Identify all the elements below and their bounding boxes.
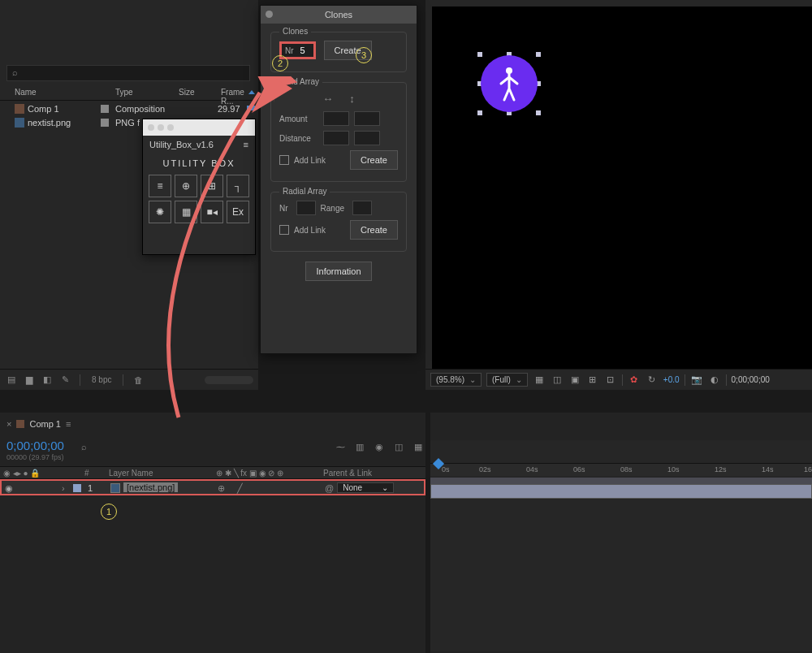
transparency-grid-icon[interactable]: ▦ — [533, 374, 546, 387]
pencil-icon[interactable]: ✎ — [58, 374, 71, 387]
timeline-search[interactable]: ⌕ — [81, 442, 130, 455]
util-btn-2[interactable]: ⊞ — [201, 175, 223, 197]
viewer-toolbar: (95.8%)⌄ (Full)⌄ ▦ ◫ ▣ ⊞ ⊡ ✿ ↻ +0.0 📷 ◐ … — [425, 369, 812, 390]
work-area-bar[interactable] — [430, 478, 812, 484]
selection-handle[interactable] — [536, 52, 541, 57]
col-switches-icons[interactable]: ⊕ ✱ ╲ fx ▣ ◉ ⊘ ⊕ — [216, 469, 283, 478]
grid-icon[interactable]: ⊞ — [586, 374, 599, 387]
util-btn-1[interactable]: ⊕ — [175, 175, 197, 197]
zoom-dropdown[interactable]: (95.8%)⌄ — [430, 373, 482, 387]
util-btn-7[interactable]: Ex — [227, 201, 249, 223]
panel-menu-icon[interactable]: ≡ — [244, 140, 248, 149]
composition-icon — [15, 104, 24, 114]
util-btn-3[interactable]: ┐ — [227, 175, 249, 197]
preview-timecode[interactable]: 0;00;00;00 — [732, 375, 770, 384]
viewer-canvas[interactable] — [432, 6, 812, 369]
trash-icon[interactable]: 🗑 — [132, 374, 145, 387]
layer-switches[interactable]: ⊕ ╱ — [218, 483, 243, 494]
addlink-checkbox[interactable] — [279, 155, 289, 165]
col-index[interactable]: # — [84, 469, 89, 478]
panel-menu-icon[interactable]: ≡ — [66, 419, 71, 429]
parent-dropdown[interactable]: None⌄ — [337, 482, 394, 493]
label-swatch[interactable] — [73, 484, 81, 492]
interpret-icon[interactable]: ◧ — [41, 374, 54, 387]
range-input[interactable] — [352, 201, 372, 215]
traffic-light-icon[interactable] — [167, 124, 174, 131]
traffic-light-icon[interactable] — [148, 124, 154, 131]
radial-array-section: Radial Array Nr Range Add Link Create — [270, 192, 407, 252]
time-ruler[interactable]: 0s 02s 04s 06s 08s 10s 12s 14s 16 — [430, 463, 812, 476]
timeline-tab[interactable]: × Comp 1 ≡ — [6, 419, 71, 429]
util-btn-0[interactable]: ≡ — [149, 175, 171, 197]
utility-box-panel: Utility_Box_v1.6 ≡ UTILITY BOX ≡ ⊕ ⊞ ┐ ✺… — [142, 119, 256, 255]
mask-icon[interactable]: ◫ — [551, 374, 564, 387]
pickwhip-icon[interactable]: @ — [325, 483, 334, 493]
layer-row[interactable]: ◉ › 1 [nextist.png] ⊕ ╱ @ None⌄ — [0, 479, 425, 495]
av-switches-icon[interactable]: ◉ ◂▸ ● 🔒 — [3, 469, 40, 478]
layer-bar[interactable] — [430, 484, 812, 499]
selection-handle[interactable] — [477, 110, 482, 115]
amount-x-input[interactable] — [323, 111, 349, 126]
distance-y-input[interactable] — [354, 131, 380, 145]
motion-blur-icon[interactable]: ◉ — [375, 442, 388, 455]
folder-icon[interactable]: ▆ — [23, 374, 36, 387]
timeline-graph[interactable]: 0s 02s 04s 06s 08s 10s 12s 14s 16 — [430, 440, 812, 651]
color-mgmt-icon[interactable]: ✿ — [628, 374, 641, 387]
close-tab-icon[interactable]: × — [6, 419, 11, 429]
visibility-icon[interactable]: ◉ — [5, 483, 13, 494]
col-parent[interactable]: Parent & Link — [323, 469, 372, 478]
addlink-checkbox[interactable] — [279, 225, 289, 235]
tick: 04s — [526, 465, 538, 474]
label-swatch[interactable] — [101, 105, 109, 113]
panel-titlebar[interactable] — [143, 119, 255, 136]
col-name[interactable]: Name — [15, 88, 37, 97]
sort-arrow-icon — [248, 89, 255, 96]
nextist-image[interactable] — [481, 55, 538, 112]
roi-icon[interactable]: ▣ — [568, 374, 581, 387]
create-radial-button[interactable]: Create — [350, 220, 398, 240]
col-type[interactable]: Type — [115, 88, 133, 97]
tick: 06s — [573, 465, 585, 474]
panel-tab[interactable]: Utility_Box_v1.6 ≡ — [143, 136, 255, 154]
show-snapshot-icon[interactable]: ◐ — [708, 374, 721, 387]
bit-depth[interactable]: 8 bpc — [92, 375, 111, 384]
snapshot-icon[interactable]: 📷 — [690, 374, 703, 387]
thumbnail-slider[interactable] — [205, 376, 253, 384]
distance-x-input[interactable] — [323, 131, 349, 145]
clones-titlebar[interactable]: Clones — [261, 6, 417, 24]
twirl-icon[interactable]: › — [62, 483, 65, 493]
exposure-value[interactable]: +0.0 — [663, 375, 680, 384]
guides-icon[interactable]: ⊡ — [604, 374, 617, 387]
shy-icon[interactable]: ⁓ — [336, 442, 349, 455]
label-swatch[interactable] — [101, 119, 109, 127]
layer-name[interactable]: [nextist.png] — [123, 482, 178, 492]
close-dot-icon[interactable] — [266, 11, 273, 18]
panel-divider[interactable] — [425, 413, 430, 653]
selection-handle[interactable] — [536, 110, 541, 115]
separator — [80, 374, 80, 386]
project-search[interactable]: ⌕ — [6, 65, 250, 81]
util-btn-4[interactable]: ✺ — [149, 201, 171, 223]
panel-divider[interactable] — [0, 390, 812, 413]
tick: 14s — [762, 465, 774, 474]
graph-editor-icon[interactable]: ◫ — [395, 442, 408, 455]
reset-exposure-icon[interactable]: ↻ — [646, 374, 659, 387]
project-item-comp[interactable]: Comp 1 Composition 29.97 — [0, 102, 258, 116]
traffic-light-icon[interactable] — [158, 124, 164, 131]
amount-y-input[interactable] — [354, 111, 380, 126]
section-legend: Radial Array — [279, 187, 330, 196]
flowchart-icon[interactable]: ▤ — [5, 374, 18, 387]
nr-value[interactable]: 5 — [296, 45, 310, 55]
create-grid-button[interactable]: Create — [350, 150, 398, 170]
col-layer-name[interactable]: Layer Name — [109, 469, 153, 478]
selection-handle[interactable] — [477, 52, 482, 57]
information-button[interactable]: Information — [305, 262, 371, 281]
col-size[interactable]: Size — [179, 88, 194, 97]
current-timecode[interactable]: 0;00;00;00 — [6, 439, 64, 452]
radial-nr-input[interactable] — [296, 201, 316, 215]
util-btn-5[interactable]: ▦ — [175, 201, 197, 223]
resolution-dropdown[interactable]: (Full)⌄ — [486, 373, 528, 387]
util-btn-6[interactable]: ■◂ — [201, 201, 223, 223]
frame-blend-icon[interactable]: ▥ — [356, 442, 369, 455]
playhead[interactable] — [434, 460, 443, 471]
